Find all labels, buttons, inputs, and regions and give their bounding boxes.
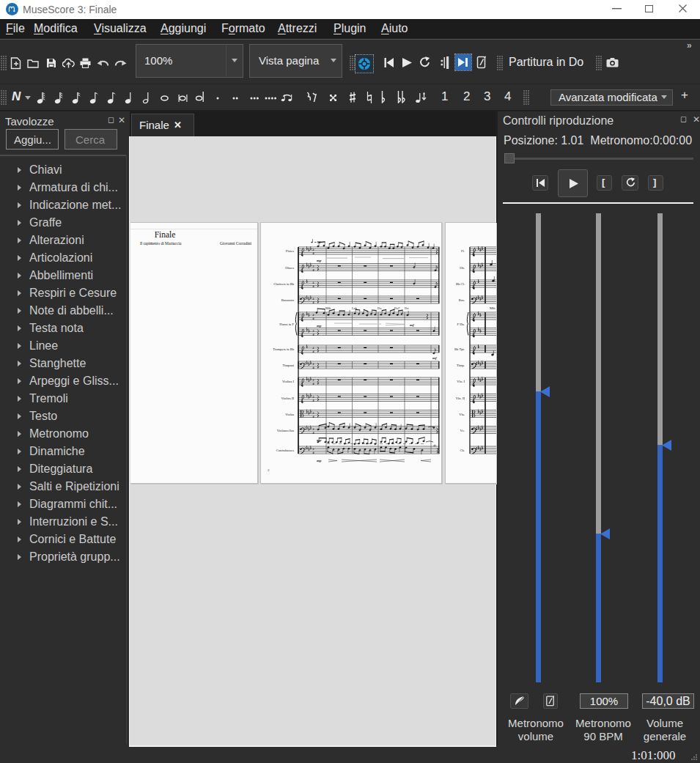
svg-text:Timp.: Timp. — [457, 364, 465, 367]
svg-text:Violas: Violas — [285, 413, 294, 416]
svg-text:Contrabasses: Contrabasses — [276, 449, 294, 452]
svg-text:Do: Do — [377, 306, 382, 310]
svg-text:F Hn.: F Hn. — [457, 322, 465, 326]
svg-text:= 90: = 90 — [314, 240, 321, 244]
svg-text:4: 4 — [312, 301, 314, 304]
svg-text:Vla.: Vla. — [459, 413, 465, 416]
svg-text:Vln. II: Vln. II — [456, 397, 465, 400]
svg-text:Oboes: Oboes — [285, 266, 294, 270]
svg-text:mf: mf — [432, 356, 438, 360]
svg-text:Cb.: Cb. — [460, 449, 465, 452]
svg-text:mf: mf — [410, 323, 415, 327]
svg-text:Trumpets in Bb: Trumpets in Bb — [273, 347, 294, 351]
svg-text:Violins II: Violins II — [281, 397, 295, 400]
svg-text:Flutes: Flutes — [286, 249, 294, 253]
svg-text:Mib: Mib — [490, 306, 495, 310]
svg-text:Bsn.: Bsn. — [459, 298, 465, 302]
svg-text:4: 4 — [312, 251, 314, 255]
svg-text:Clarinets in Bb: Clarinets in Bb — [273, 282, 295, 286]
svg-text:Do7: Do7 — [394, 306, 400, 310]
svg-text:mp: mp — [317, 259, 322, 262]
svg-text:mp: mp — [317, 324, 322, 328]
svg-text:Do: Do — [405, 306, 409, 310]
svg-text:2: 2 — [268, 468, 270, 472]
svg-text:Ob.: Ob. — [460, 266, 465, 270]
svg-text:Vln. I: Vln. I — [457, 380, 465, 383]
svg-text:Bb Tpt.: Bb Tpt. — [454, 347, 465, 351]
svg-text:Bb Cl.: Bb Cl. — [456, 282, 465, 286]
svg-text:Horns in F: Horns in F — [279, 322, 294, 326]
svg-text:mp: mp — [317, 459, 322, 462]
svg-text:Bassoons: Bassoons — [281, 298, 295, 302]
svg-text:4: 4 — [312, 284, 314, 288]
svg-text:Fl.: Fl. — [461, 249, 465, 253]
svg-text:Lab: Lab — [352, 306, 358, 310]
svg-text:Timpani: Timpani — [283, 364, 295, 367]
svg-text:mp: mp — [317, 438, 322, 442]
svg-text:Violoncellos: Violoncellos — [277, 429, 294, 432]
svg-text:Mib: Mib — [325, 306, 331, 310]
svg-text:4: 4 — [312, 268, 314, 272]
svg-text:Violins I: Violins I — [282, 380, 294, 383]
svg-text:Vc.: Vc. — [460, 429, 465, 432]
